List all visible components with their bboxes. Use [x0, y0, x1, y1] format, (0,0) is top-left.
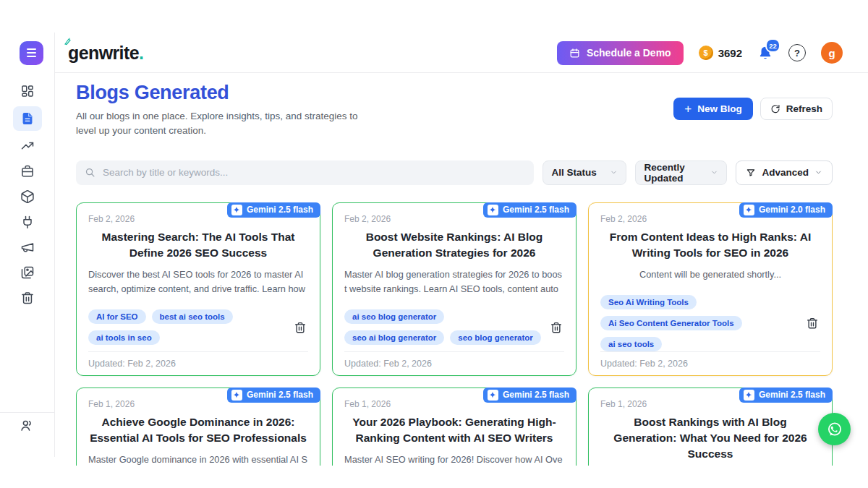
- tag[interactable]: ai seo tools: [600, 337, 662, 351]
- new-blog-button[interactable]: + New Blog: [673, 98, 752, 120]
- notifications-button[interactable]: 22: [757, 45, 773, 61]
- tag[interactable]: seo blog generator: [450, 330, 541, 345]
- blog-cards-area: Gemini 2.5 flash Feb 2, 2026 Mastering S…: [76, 202, 833, 466]
- app-window: genwrite. Schedule a Demo $ 3692 22 ? g: [0, 0, 868, 488]
- page-subtitle: All our blogs in one place. Explore insi…: [76, 109, 365, 139]
- topbar-actions: Schedule a Demo $ 3692 22 ? g: [557, 41, 843, 65]
- question-mark-icon: ?: [794, 48, 800, 59]
- blog-card[interactable]: Gemini 2.5 flash Feb 1, 2026 Your 2026 P…: [332, 388, 576, 466]
- card-tags: ai seo blog generator seo ai blog genera…: [344, 309, 542, 345]
- pen-icon: [64, 37, 72, 46]
- tag[interactable]: AI for SEO: [88, 309, 146, 324]
- delete-blog-button[interactable]: [804, 315, 820, 331]
- credits-counter[interactable]: $ 3692: [699, 46, 742, 60]
- sidebar-item-announcements[interactable]: [15, 237, 40, 257]
- chevron-down-icon: [610, 168, 618, 176]
- header-divider: [55, 72, 868, 73]
- funnel-icon: [746, 168, 756, 178]
- package-icon: [20, 189, 35, 204]
- blog-card[interactable]: Gemini 2.0 flash Feb 2, 2026 From Conten…: [588, 202, 833, 376]
- gemini-icon: [744, 205, 754, 215]
- card-description: Master Google dominance in 2026 with ess…: [88, 453, 308, 465]
- chevron-down-icon: [710, 168, 718, 176]
- sidebar: [0, 81, 54, 308]
- sidebar-item-dashboard[interactable]: [15, 81, 40, 101]
- sidebar-item-media[interactable]: [15, 262, 40, 283]
- card-description: Master AI blog generation strategies for…: [344, 267, 564, 296]
- page-header: Blogs Generated All our blogs in one pla…: [76, 82, 833, 139]
- sidebar-divider: [54, 33, 55, 457]
- chevron-down-icon: [814, 168, 822, 176]
- search-icon: [85, 167, 95, 178]
- card-description: Master AI SEO writing for 2026! Discover…: [344, 453, 564, 465]
- menu-toggle-button[interactable]: [20, 41, 43, 65]
- model-badge: Gemini 2.0 flash: [739, 202, 833, 218]
- users-icon: [20, 418, 35, 433]
- card-description: Content will be generated shortly...: [600, 267, 820, 287]
- gemini-icon: [744, 390, 754, 401]
- dashboard-grid-icon: [20, 84, 35, 98]
- page-title: Blogs Generated: [76, 82, 365, 104]
- schedule-demo-button[interactable]: Schedule a Demo: [557, 41, 684, 65]
- card-description: Discover the best AI SEO tools for 2026 …: [88, 267, 308, 296]
- gemini-icon: [488, 205, 498, 215]
- megaphone-icon: [20, 240, 35, 254]
- gemini-icon: [231, 390, 242, 401]
- card-updated: Updated: Feb 2, 2026: [88, 351, 308, 369]
- briefcase-icon: [20, 164, 35, 179]
- tag[interactable]: ai seo blog generator: [344, 309, 444, 324]
- blog-card[interactable]: Gemini 2.5 flash Feb 1, 2026 Boost Ranki…: [588, 388, 833, 466]
- blog-card[interactable]: Gemini 2.5 flash Feb 2, 2026 Mastering S…: [76, 202, 320, 376]
- model-badge: Gemini 2.5 flash: [483, 202, 576, 218]
- delete-blog-button[interactable]: [292, 320, 308, 335]
- trash-icon: [20, 291, 35, 305]
- help-button[interactable]: ?: [788, 44, 806, 61]
- status-filter-dropdown[interactable]: All Status: [542, 160, 626, 185]
- credits-value: 3692: [718, 47, 742, 59]
- notification-count-badge: 22: [765, 38, 780, 53]
- sort-filter-dropdown[interactable]: Recently Updated: [635, 160, 727, 185]
- whatsapp-chat-button[interactable]: [818, 413, 851, 445]
- sidebar-item-users[interactable]: [0, 418, 54, 433]
- logo-text: genwrite: [68, 43, 139, 64]
- card-tags: AI for SEO best ai seo tools ai tools in…: [88, 309, 286, 345]
- sidebar-footer-divider: [0, 412, 54, 413]
- calendar-icon: [569, 48, 580, 59]
- delete-blog-button[interactable]: [548, 320, 564, 335]
- card-updated: Updated: Feb 2, 2026: [344, 351, 564, 369]
- sidebar-item-trash[interactable]: [15, 288, 40, 308]
- main-content: Blogs Generated All our blogs in one pla…: [76, 82, 833, 466]
- search-input[interactable]: [101, 166, 525, 179]
- images-icon: [20, 265, 35, 280]
- sidebar-item-blogs[interactable]: [13, 106, 42, 131]
- logo: genwrite.: [68, 43, 144, 64]
- tag[interactable]: seo ai blog generator: [344, 330, 444, 345]
- plug-icon: [20, 215, 35, 229]
- card-title: From Content Ideas to High Ranks: AI Wri…: [602, 229, 819, 262]
- blog-card[interactable]: Gemini 2.5 flash Feb 2, 2026 Boost Websi…: [332, 202, 576, 376]
- tag[interactable]: Ai Seo Content Generator Tools: [600, 316, 742, 330]
- card-title: Boost Website Rankings: AI Blog Generati…: [346, 229, 563, 262]
- search-box: [76, 160, 534, 185]
- sidebar-item-integrations[interactable]: [15, 212, 40, 232]
- model-badge: Gemini 2.5 flash: [227, 388, 320, 403]
- refresh-button[interactable]: Refresh: [760, 98, 833, 120]
- card-title: Boost Rankings with AI Blog Generation: …: [602, 414, 819, 463]
- whatsapp-icon: [825, 419, 845, 440]
- sidebar-item-analytics[interactable]: [15, 136, 40, 156]
- logo-dot: .: [139, 43, 144, 64]
- gemini-icon: [231, 205, 242, 215]
- hamburger-icon: [27, 48, 36, 50]
- sidebar-item-products[interactable]: [15, 187, 40, 207]
- tag[interactable]: ai tools in seo: [88, 330, 160, 345]
- sidebar-item-projects[interactable]: [15, 161, 40, 181]
- avatar[interactable]: g: [821, 42, 843, 64]
- trending-up-icon: [20, 139, 35, 153]
- model-badge: Gemini 2.5 flash: [227, 202, 320, 218]
- plus-icon: +: [684, 103, 692, 115]
- blog-card[interactable]: Gemini 2.5 flash Feb 1, 2026 Achieve Goo…: [76, 388, 320, 466]
- tag[interactable]: Seo Ai Writing Tools: [600, 295, 697, 309]
- tag[interactable]: best ai seo tools: [152, 309, 233, 324]
- refresh-icon: [770, 104, 780, 114]
- advanced-filter-button[interactable]: Advanced: [736, 160, 833, 185]
